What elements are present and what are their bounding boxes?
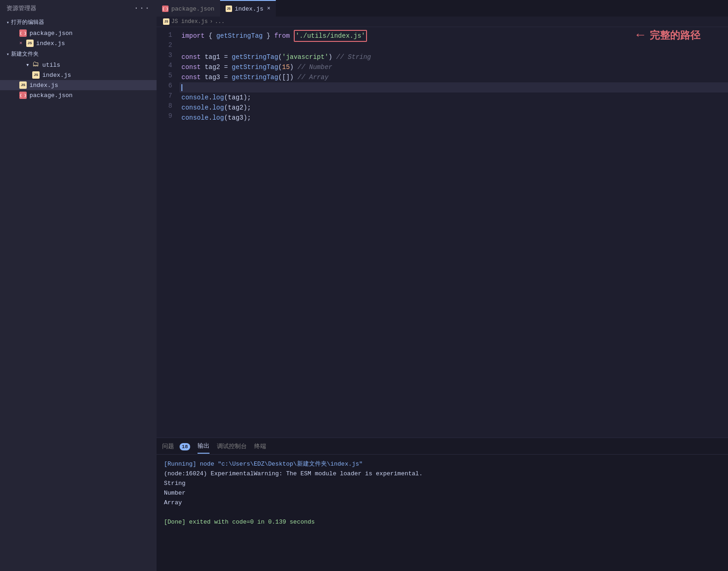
close-icon[interactable]: × <box>19 40 23 46</box>
eq-3: = <box>224 52 232 62</box>
open-editor-index-js-label: index.js <box>36 40 65 47</box>
log-7: log <box>212 92 224 103</box>
issues-badge: 18 <box>180 443 190 450</box>
root-package-json[interactable]: { } package.json <box>0 90 157 100</box>
terminal-tab-issues-label: 问题 <box>162 443 174 450</box>
eq-5: = <box>224 72 232 82</box>
json-icon: { } <box>19 29 27 37</box>
terminal-tab-terminal[interactable]: 终端 <box>254 439 266 453</box>
line-numbers: 1 2 3 4 5 6 7 8 9 <box>157 30 180 438</box>
arg-tag2: tag2 <box>228 103 244 113</box>
brace-close: } <box>262 31 274 41</box>
annotation-label: 完整的路径 <box>650 29 700 42</box>
js-icon: JS <box>26 40 34 47</box>
root-index-js-label: index.js <box>29 82 58 89</box>
folder-icon: 🗂 <box>32 61 40 69</box>
line-num-9: 9 <box>164 111 172 121</box>
code-editor: 1 2 3 4 5 6 7 8 9 import { getStringTag … <box>157 27 728 438</box>
log-9: log <box>212 113 224 123</box>
paren-open-9: ( <box>224 113 227 123</box>
utils-folder[interactable]: ▾ 🗂 utils <box>0 60 157 70</box>
breadcrumb-separator: › <box>210 18 213 25</box>
fn-call-5: getStringTag <box>232 72 278 82</box>
paren-open-3: ( <box>278 52 282 62</box>
annotation-arrow-icon: ← <box>636 28 644 42</box>
running-text: [Running] node "c:\Users\EDZ\Desktop\新建文… <box>164 461 363 467</box>
js-icon: JS <box>19 81 27 89</box>
root-index-js[interactable]: JS index.js <box>0 80 157 90</box>
paren-open-4: ( <box>278 62 282 72</box>
tab-package-json[interactable]: { } package.json <box>157 0 220 17</box>
dot-7: . <box>209 92 212 103</box>
new-folder-arrow: ▾ <box>6 52 9 57</box>
line-num-1: 1 <box>164 30 172 40</box>
utils-folder-label: utils <box>42 62 60 69</box>
const-keyword-4: const <box>181 62 201 72</box>
terminal-line-5: Array <box>164 498 721 508</box>
arg-tag3: tag3 <box>228 113 244 123</box>
paren-close-3: ) <box>328 52 332 62</box>
dot-8: . <box>209 103 212 113</box>
from-keyword: from <box>274 31 290 41</box>
terminal-line-3: String <box>164 479 721 488</box>
import-keyword: import <box>181 31 204 41</box>
line-num-7: 7 <box>164 91 172 101</box>
open-editors-section[interactable]: ▾ 打开的编辑器 <box>0 17 157 28</box>
terminal-content: [Running] node "c:\Users\EDZ\Desktop\新建文… <box>157 455 728 571</box>
paren-open-8: ( <box>224 103 227 113</box>
num-val-4: 15 <box>282 62 290 72</box>
tab-index-js[interactable]: JS index.js × <box>220 0 276 17</box>
paren-close-8: ); <box>243 103 251 113</box>
open-editor-index-js[interactable]: × JS index.js <box>0 38 157 48</box>
terminal-tabs: 问题 18 输出 调试控制台 终端 <box>157 438 728 455</box>
console-8: console <box>181 103 209 113</box>
tab-json-icon: { } <box>162 6 169 12</box>
line-num-8: 8 <box>164 101 172 111</box>
code-content[interactable]: import { getStringTag } from './utils/in… <box>180 30 728 438</box>
line-num-5: 5 <box>164 70 172 81</box>
tab-js-icon: JS <box>226 6 232 12</box>
console-9: console <box>181 113 209 123</box>
code-line-5: const tag3 = getStringTag ( [] ) // Arra… <box>180 72 728 82</box>
code-line-3: const tag1 = getStringTag ( 'javascript'… <box>180 52 728 62</box>
terminal-line-1: [Running] node "c:\Users\EDZ\Desktop\新建文… <box>164 459 721 469</box>
output-string: String <box>164 480 186 487</box>
open-editor-package-json[interactable]: { } package.json <box>0 28 157 38</box>
comment-4: // Number <box>294 62 332 72</box>
done-text: [Done] exited with code=0 in 0.139 secon… <box>164 519 315 525</box>
json-icon: { } <box>19 92 27 99</box>
tab-package-json-label: package.json <box>171 6 215 12</box>
terminal-panel: 问题 18 输出 调试控制台 终端 [Running] node "c:\Use… <box>157 438 728 571</box>
terminal-tab-output[interactable]: 输出 <box>198 439 210 454</box>
utils-index-js-label: index.js <box>42 72 71 79</box>
breadcrumb-js-icon: JS <box>163 18 169 25</box>
line-num-6: 6 <box>164 81 172 91</box>
str-val-3: 'javascript' <box>282 52 328 62</box>
const-keyword-5: const <box>181 72 201 82</box>
breadcrumb: JS JS index.js › ... <box>157 17 728 27</box>
utils-arrow: ▾ <box>26 61 29 69</box>
terminal-tab-debug[interactable]: 调试控制台 <box>217 439 247 453</box>
sidebar-more-button[interactable]: ··· <box>134 4 150 13</box>
code-line-2 <box>180 42 728 52</box>
terminal-tab-issues[interactable]: 问题 18 <box>162 439 190 453</box>
utils-index-js[interactable]: JS index.js <box>0 70 157 80</box>
code-line-8: console . log ( tag2 ); <box>180 103 728 113</box>
open-editors-arrow: ▾ <box>6 20 9 25</box>
new-folder-section[interactable]: ▾ 新建文件夹 <box>0 48 157 60</box>
arg-tag1: tag1 <box>228 92 244 103</box>
terminal-tab-terminal-label: 终端 <box>254 443 266 450</box>
var-tag1: tag1 <box>201 52 224 62</box>
code-line-6 <box>180 82 728 92</box>
paren-close-5: ) <box>290 72 293 82</box>
var-tag3: tag3 <box>201 72 224 82</box>
dot-9: . <box>209 113 212 123</box>
paren-open-5: ( <box>278 72 282 82</box>
brace-open: { <box>204 31 216 41</box>
terminal-line-2: (node:16024) ExperimentalWarning: The ES… <box>164 469 721 479</box>
tab-close-button[interactable]: × <box>267 6 270 12</box>
output-number: Number <box>164 490 186 496</box>
space <box>290 31 293 41</box>
paren-close-4: ) <box>290 62 293 72</box>
annotation: ← 完整的路径 <box>636 28 700 42</box>
